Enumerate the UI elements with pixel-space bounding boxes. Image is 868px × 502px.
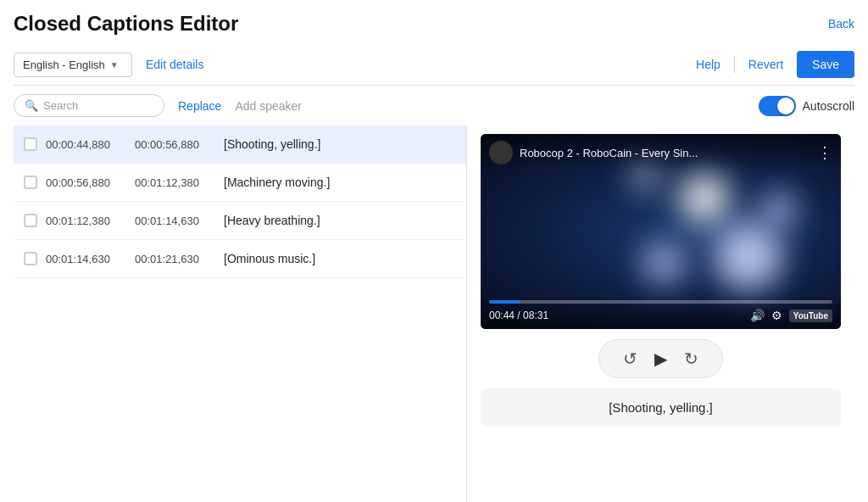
- caption-time-start: 00:00:56,880: [46, 176, 126, 189]
- caption-list: 00:00:44,880 00:00:56,880 [Shooting, yel…: [14, 126, 467, 502]
- video-avatar: [489, 141, 513, 165]
- video-bottom-bar: 00:44 / 08:31 🔊 ⚙ YouTube: [481, 295, 841, 329]
- page-title: Closed Captions Editor: [14, 12, 238, 36]
- caption-time-end: 00:01:12,380: [135, 176, 215, 189]
- back-link[interactable]: Back: [828, 17, 854, 31]
- autoscroll-label: Autoscroll: [803, 99, 854, 113]
- settings-icon[interactable]: ⚙: [771, 309, 782, 322]
- add-speaker-button[interactable]: Add speaker: [235, 99, 302, 113]
- caption-text: [Heavy breathing.]: [224, 214, 320, 227]
- caption-row[interactable]: 00:01:12,380 00:01:14,630 [Heavy breathi…: [14, 202, 466, 240]
- video-more-icon[interactable]: ⋮: [817, 143, 832, 162]
- search-input-wrap: 🔍: [14, 94, 164, 117]
- toolbar-divider: [734, 56, 735, 73]
- forward-icon: ↻: [684, 349, 698, 369]
- caption-time-end: 00:01:14,630: [135, 215, 215, 227]
- play-button[interactable]: ▶: [654, 349, 667, 369]
- caption-display: [Shooting, yelling.]: [481, 388, 841, 427]
- caption-row[interactable]: 00:00:44,880 00:00:56,880 [Shooting, yel…: [14, 126, 466, 164]
- video-top-bar: Robocop 2 - RoboCain - Every Sin... ⋮: [481, 134, 841, 171]
- caption-checkbox[interactable]: [24, 137, 37, 151]
- caption-text: [Machinery moving.]: [224, 176, 330, 189]
- playback-controls: ↺ ▶ ↻: [481, 339, 841, 378]
- save-button[interactable]: Save: [797, 51, 854, 78]
- caption-checkbox[interactable]: [24, 176, 37, 189]
- caption-row[interactable]: 00:01:14,630 00:01:21,630 [Ominous music…: [14, 240, 466, 278]
- volume-icon[interactable]: 🔊: [750, 309, 765, 322]
- caption-text: [Ominous music.]: [224, 252, 315, 265]
- right-panel: Robocop 2 - RoboCain - Every Sin... ⋮ 00…: [467, 126, 854, 502]
- search-input[interactable]: [43, 99, 153, 112]
- toggle-thumb: [777, 98, 794, 114]
- search-icon: 🔍: [25, 99, 38, 112]
- caption-row[interactable]: 00:00:56,880 00:01:12,380 [Machinery mov…: [14, 164, 466, 202]
- video-progress-track[interactable]: [489, 300, 832, 304]
- language-select-value: English - English: [23, 59, 105, 71]
- replay-icon: ↺: [623, 349, 637, 369]
- autoscroll-toggle[interactable]: [759, 96, 796, 116]
- youtube-badge: YouTube: [789, 310, 832, 322]
- video-right-icons: 🔊 ⚙ YouTube: [750, 309, 832, 322]
- autoscroll-toggle-wrap: Autoscroll: [759, 96, 854, 116]
- caption-checkbox[interactable]: [24, 214, 37, 227]
- caption-time-end: 00:00:56,880: [135, 138, 215, 151]
- replay-button[interactable]: ↺: [623, 349, 637, 369]
- video-player[interactable]: Robocop 2 - RoboCain - Every Sin... ⋮ 00…: [481, 134, 841, 329]
- controls-pill: ↺ ▶ ↻: [598, 339, 723, 378]
- caption-time-start: 00:01:14,630: [46, 253, 126, 265]
- caption-time-end: 00:01:21,630: [135, 253, 215, 265]
- caption-text: [Shooting, yelling.]: [224, 137, 320, 151]
- chevron-down-icon: ▼: [110, 60, 119, 70]
- caption-time-start: 00:01:12,380: [46, 215, 126, 227]
- video-time: 00:44 / 08:31: [489, 310, 548, 321]
- replace-button[interactable]: Replace: [178, 99, 221, 113]
- caption-checkbox[interactable]: [24, 252, 37, 265]
- play-icon: ▶: [654, 349, 667, 369]
- language-dropdown[interactable]: English - English ▼: [14, 53, 132, 77]
- caption-time-start: 00:00:44,880: [46, 138, 126, 151]
- video-title: Robocop 2 - RoboCain - Every Sin...: [520, 147, 698, 159]
- edit-details-button[interactable]: Edit details: [146, 58, 203, 71]
- revert-button[interactable]: Revert: [742, 53, 790, 76]
- video-progress-fill: [489, 300, 520, 304]
- help-button[interactable]: Help: [689, 53, 727, 76]
- forward-button[interactable]: ↻: [684, 349, 698, 369]
